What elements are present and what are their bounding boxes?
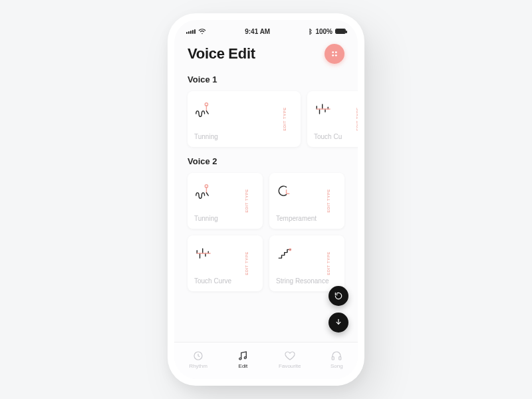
battery-percent: 100% bbox=[315, 28, 332, 35]
card-label: Tunning bbox=[194, 133, 294, 140]
screen: 9:41 AM ᛒ 100% Voice Edit Voice 1 Tunnin… bbox=[174, 20, 358, 379]
touch-curve-icon bbox=[194, 245, 217, 262]
card-label: Tunning bbox=[194, 215, 256, 222]
card-v2-string-resonance[interactable]: String Resonance EDIT TYPE bbox=[269, 235, 344, 291]
section-title-voice2: Voice 2 bbox=[188, 156, 358, 166]
temperament-icon bbox=[276, 182, 299, 200]
tab-label: Song bbox=[331, 363, 343, 369]
card-v1-tunning[interactable]: Tunning EDIT TYPE bbox=[188, 91, 301, 147]
status-bar: 9:41 AM ᛒ 100% bbox=[174, 20, 358, 37]
svg-point-4 bbox=[335, 55, 337, 57]
card-label: Touch Cu bbox=[314, 133, 358, 140]
card-tag: EDIT TYPE bbox=[245, 251, 249, 275]
heart-icon bbox=[284, 350, 296, 362]
tab-label: Rhythm bbox=[189, 363, 207, 369]
svg-point-2 bbox=[335, 51, 337, 53]
tuning-icon bbox=[194, 100, 217, 118]
svg-point-9 bbox=[239, 358, 241, 360]
reset-icon bbox=[334, 291, 343, 301]
svg-rect-11 bbox=[332, 357, 334, 360]
download-icon bbox=[334, 318, 343, 327]
card-v1-touch[interactable]: Touch Cu EDIT TYPE bbox=[307, 91, 358, 147]
download-button[interactable] bbox=[329, 313, 348, 332]
svg-point-5 bbox=[205, 103, 207, 106]
svg-point-1 bbox=[332, 51, 334, 53]
tab-label: Edit bbox=[239, 363, 248, 369]
card-tag: EDIT TYPE bbox=[327, 251, 331, 275]
section-title-voice1: Voice 1 bbox=[188, 74, 358, 84]
tab-rhythm[interactable]: Rhythm bbox=[189, 350, 207, 369]
svg-rect-12 bbox=[339, 357, 341, 360]
reset-button[interactable] bbox=[329, 286, 348, 306]
card-tag: EDIT TYPE bbox=[327, 189, 331, 213]
card-tag: EDIT TYPE bbox=[245, 189, 249, 213]
card-tag: EDIT TYPE bbox=[283, 107, 287, 131]
card-label: String Resonance bbox=[276, 277, 338, 285]
card-v2-touch-curve[interactable]: Touch Curve EDIT TYPE bbox=[188, 235, 263, 291]
status-time: 9:41 AM bbox=[245, 28, 270, 35]
card-label: Temperament bbox=[276, 215, 338, 222]
headphones-icon bbox=[331, 350, 342, 362]
bluetooth-icon: ᛒ bbox=[309, 28, 313, 35]
string-resonance-icon bbox=[276, 245, 299, 262]
tuning-icon bbox=[194, 182, 217, 200]
svg-point-0 bbox=[201, 33, 203, 34]
card-label: Touch Curve bbox=[194, 277, 256, 285]
svg-point-3 bbox=[332, 55, 334, 57]
wifi-icon bbox=[198, 29, 206, 35]
tab-edit[interactable]: Edit bbox=[237, 350, 249, 369]
battery-icon bbox=[335, 29, 346, 34]
grid-menu-button[interactable] bbox=[325, 44, 344, 64]
edit-icon bbox=[237, 350, 249, 362]
rhythm-icon bbox=[192, 350, 204, 362]
fab-stack bbox=[329, 286, 348, 332]
page-header: Voice Edit bbox=[174, 37, 358, 66]
tab-song[interactable]: Song bbox=[331, 350, 343, 369]
card-tag: EDIT TYPE bbox=[356, 107, 358, 131]
signal-icon bbox=[186, 29, 196, 34]
touch-curve-icon bbox=[314, 100, 336, 118]
svg-point-6 bbox=[205, 185, 207, 188]
tab-bar: Rhythm Edit Favourite Song bbox=[174, 342, 358, 379]
card-v2-temperament[interactable]: Temperament EDIT TYPE bbox=[269, 173, 344, 229]
svg-point-10 bbox=[245, 357, 247, 359]
tab-label: Favourite bbox=[279, 363, 301, 369]
card-v2-tunning[interactable]: Tunning EDIT TYPE bbox=[188, 173, 263, 229]
phone-frame: 9:41 AM ᛒ 100% Voice Edit Voice 1 Tunnin… bbox=[168, 13, 364, 386]
tab-favourite[interactable]: Favourite bbox=[279, 350, 301, 369]
page-title: Voice Edit bbox=[188, 45, 255, 63]
grid-dots-icon bbox=[330, 49, 339, 59]
